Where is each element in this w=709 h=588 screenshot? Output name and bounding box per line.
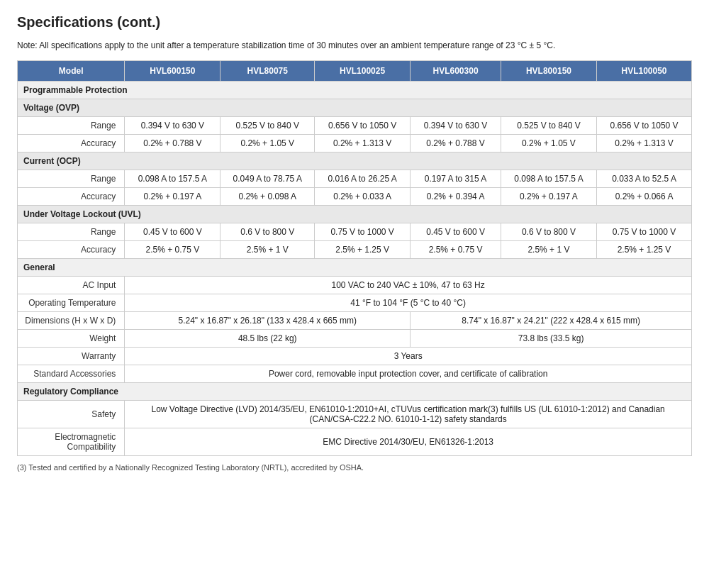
cell-value: 0.2% + 0.197 A xyxy=(501,188,596,206)
model-col-header-hvl800150: HVL800150 xyxy=(501,61,596,82)
cell-value: 0.2% + 1.05 V xyxy=(501,135,596,152)
cell-value: 0.2% + 0.788 V xyxy=(125,135,220,152)
row-label: Weight xyxy=(18,330,125,348)
table-row: Operating Temperature41 °F to 104 °F (5 … xyxy=(18,294,692,312)
subsection-label: Current (OCP) xyxy=(18,152,692,170)
merged-cell: Power cord, removable input protection c… xyxy=(125,365,692,383)
row-label: Range xyxy=(18,117,125,135)
cell-value: 0.2% + 1.05 V xyxy=(220,135,315,152)
cell-value: 0.75 V to 1000 V xyxy=(315,223,411,241)
table-header-row: ModelHVL600150HVL80075HVL100025HVL600300… xyxy=(18,61,692,82)
cell-value: 0.098 A to 157.5 A xyxy=(125,170,220,188)
section-header-row: Regulatory Compliance xyxy=(18,383,692,401)
merged-cell: Low Voltage Directive (LVD) 2014/35/EU, … xyxy=(125,401,692,428)
cell-value: 2.5% + 0.75 V xyxy=(125,241,220,259)
split-cell-right: 8.74" x 16.87" x 24.21" (222 x 428.4 x 6… xyxy=(411,312,692,330)
cell-value: 0.45 V to 600 V xyxy=(411,223,501,241)
table-body: Programmable ProtectionVoltage (OVP)Rang… xyxy=(18,82,692,456)
merged-cell: EMC Directive 2014/30/EU, EN61326-1:2013 xyxy=(125,428,692,456)
row-label: Operating Temperature xyxy=(18,294,125,312)
cell-value: 2.5% + 1 V xyxy=(220,241,315,259)
cell-value: 0.2% + 0.197 A xyxy=(125,188,220,206)
cell-value: 0.6 V to 800 V xyxy=(501,223,596,241)
specs-table: ModelHVL600150HVL80075HVL100025HVL600300… xyxy=(17,60,692,456)
table-row: SafetyLow Voltage Directive (LVD) 2014/3… xyxy=(18,401,692,428)
section-header-row: General xyxy=(18,259,692,277)
section-header-row: Programmable Protection xyxy=(18,82,692,99)
cell-value: 0.525 V to 840 V xyxy=(220,117,315,135)
table-row: AC Input100 VAC to 240 VAC ± 10%, 47 to … xyxy=(18,277,692,294)
table-row: Accuracy0.2% + 0.788 V0.2% + 1.05 V0.2% … xyxy=(18,135,692,152)
cell-value: 0.75 V to 1000 V xyxy=(597,223,692,241)
table-row: Accuracy0.2% + 0.197 A0.2% + 0.098 A0.2%… xyxy=(18,188,692,206)
row-label: Accuracy xyxy=(18,135,125,152)
note-text: Note: All specifications apply to the un… xyxy=(17,40,692,50)
model-header: Model xyxy=(18,61,125,82)
cell-value: 0.656 V to 1050 V xyxy=(315,117,411,135)
row-label: Warranty xyxy=(18,348,125,365)
row-label: Accuracy xyxy=(18,188,125,206)
cell-value: 2.5% + 1 V xyxy=(501,241,596,259)
split-cell-right: 73.8 lbs (33.5 kg) xyxy=(411,330,692,348)
table-row: Accuracy2.5% + 0.75 V2.5% + 1 V2.5% + 1.… xyxy=(18,241,692,259)
table-row: Range0.45 V to 600 V0.6 V to 800 V0.75 V… xyxy=(18,223,692,241)
table-row: Range0.394 V to 630 V0.525 V to 840 V0.6… xyxy=(18,117,692,135)
cell-value: 0.45 V to 600 V xyxy=(125,223,220,241)
cell-value: 0.197 A to 315 A xyxy=(411,170,501,188)
cell-value: 0.6 V to 800 V xyxy=(220,223,315,241)
merged-cell: 41 °F to 104 °F (5 °C to 40 °C) xyxy=(125,294,692,312)
table-row: Standard AccessoriesPower cord, removabl… xyxy=(18,365,692,383)
row-label: Range xyxy=(18,170,125,188)
cell-value: 0.2% + 0.098 A xyxy=(220,188,315,206)
row-label: Safety xyxy=(18,401,125,428)
merged-cell: 100 VAC to 240 VAC ± 10%, 47 to 63 Hz xyxy=(125,277,692,294)
row-label: Range xyxy=(18,223,125,241)
model-col-header-hvl100050: HVL100050 xyxy=(597,61,692,82)
row-label: AC Input xyxy=(18,277,125,294)
cell-value: 0.2% + 0.394 A xyxy=(411,188,501,206)
page-title: Specifications (cont.) xyxy=(17,14,692,30)
model-col-header-hvl100025: HVL100025 xyxy=(315,61,411,82)
cell-value: 0.656 V to 1050 V xyxy=(597,117,692,135)
table-row: Weight48.5 lbs (22 kg)73.8 lbs (33.5 kg) xyxy=(18,330,692,348)
subsection-header-row: Current (OCP) xyxy=(18,152,692,170)
row-label: Electromagnetic Compatibility xyxy=(18,428,125,456)
subsection-label: Voltage (OVP) xyxy=(18,99,692,117)
cell-value: 0.2% + 0.788 V xyxy=(411,135,501,152)
table-row: Dimensions (H x W x D)5.24" x 16.87" x 2… xyxy=(18,312,692,330)
cell-value: 0.2% + 1.313 V xyxy=(597,135,692,152)
row-label: Standard Accessories xyxy=(18,365,125,383)
subsection-label: Under Voltage Lockout (UVL) xyxy=(18,206,692,223)
model-col-header-hvl600300: HVL600300 xyxy=(411,61,501,82)
cell-value: 2.5% + 1.25 V xyxy=(597,241,692,259)
cell-value: 0.016 A to 26.25 A xyxy=(315,170,411,188)
cell-value: 0.525 V to 840 V xyxy=(501,117,596,135)
section-label: Regulatory Compliance xyxy=(18,383,692,401)
cell-value: 0.033 A to 52.5 A xyxy=(597,170,692,188)
section-label: Programmable Protection xyxy=(18,82,692,99)
table-row: Warranty3 Years xyxy=(18,348,692,365)
cell-value: 2.5% + 0.75 V xyxy=(411,241,501,259)
cell-value: 0.2% + 1.313 V xyxy=(315,135,411,152)
cell-value: 0.2% + 0.033 A xyxy=(315,188,411,206)
subsection-header-row: Under Voltage Lockout (UVL) xyxy=(18,206,692,223)
row-label: Dimensions (H x W x D) xyxy=(18,312,125,330)
cell-value: 0.2% + 0.066 A xyxy=(597,188,692,206)
cell-value: 0.049 A to 78.75 A xyxy=(220,170,315,188)
merged-cell: 3 Years xyxy=(125,348,692,365)
cell-value: 0.394 V to 630 V xyxy=(125,117,220,135)
model-col-header-hvl600150: HVL600150 xyxy=(125,61,220,82)
split-cell-left: 5.24" x 16.87" x 26.18" (133 x 428.4 x 6… xyxy=(125,312,411,330)
cell-value: 0.098 A to 157.5 A xyxy=(501,170,596,188)
split-cell-left: 48.5 lbs (22 kg) xyxy=(125,330,411,348)
model-col-header-hvl80075: HVL80075 xyxy=(220,61,315,82)
subsection-header-row: Voltage (OVP) xyxy=(18,99,692,117)
cell-value: 0.394 V to 630 V xyxy=(411,117,501,135)
cell-value: 2.5% + 1.25 V xyxy=(315,241,411,259)
section-label: General xyxy=(18,259,692,277)
footnote-text: (3) Tested and certified by a Nationally… xyxy=(17,463,692,472)
table-row: Range0.098 A to 157.5 A0.049 A to 78.75 … xyxy=(18,170,692,188)
table-row: Electromagnetic CompatibilityEMC Directi… xyxy=(18,428,692,456)
row-label: Accuracy xyxy=(18,241,125,259)
